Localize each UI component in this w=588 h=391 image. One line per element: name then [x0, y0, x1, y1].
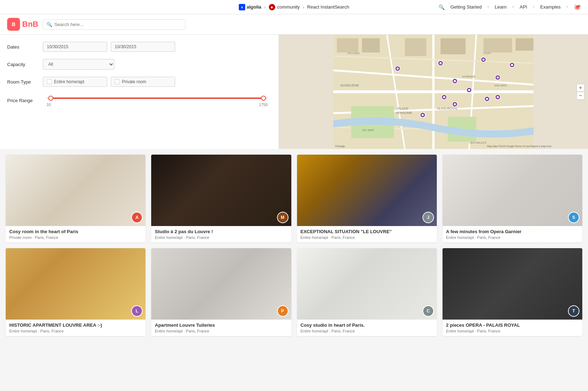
svg-text:PLACE: PLACE: [398, 107, 409, 110]
capacity-select[interactable]: All: [43, 59, 114, 70]
community-label: community: [277, 4, 300, 10]
avatar-circle: L: [132, 306, 142, 316]
svg-rect-16: [516, 38, 534, 51]
listing-title: A few minutes from Opera Garnier: [446, 229, 579, 234]
listing-image-wrap: P: [151, 248, 291, 320]
listing-image-wrap: J: [297, 155, 437, 226]
room-type-entire[interactable]: Entire home/apt: [43, 77, 107, 87]
listing-card[interactable]: J EXCEPTIONAL SITUATION "LE LOUVRE" Enti…: [297, 155, 437, 242]
dates-label: Dates: [7, 44, 43, 50]
listing-title: Cosy studio in heart of Paris.: [301, 322, 433, 328]
room-type-entire-label: Entire home/apt: [54, 79, 84, 84]
listing-title: Studio à 2 pas du Louvre !: [155, 229, 287, 234]
nav-learn[interactable]: Learn: [495, 4, 507, 10]
listing-info: 2 pieces OPERA - PALAIS ROYAL Entire hom…: [443, 320, 582, 336]
github-icon[interactable]: 🐙: [574, 4, 581, 10]
capacity-filter-row: Capacity All: [7, 59, 271, 70]
listing-card[interactable]: S A few minutes from Opera Garnier Entir…: [443, 155, 582, 242]
nav-api[interactable]: API: [520, 4, 527, 10]
search-icon[interactable]: 🔍: [439, 4, 445, 10]
map-zoom-in-button[interactable]: +: [577, 84, 584, 92]
map-zoom-out-button[interactable]: −: [577, 92, 584, 100]
listing-title: Apartment Louvre Tuileries: [155, 322, 287, 328]
svg-point-48: [497, 96, 499, 98]
listing-card[interactable]: C Cosy studio in heart of Paris. Entire …: [297, 248, 437, 336]
listing-avatar: J: [423, 212, 434, 223]
nav-sep-4: •: [566, 4, 568, 10]
slider-track[interactable]: [46, 97, 268, 99]
community-icon: ◆: [269, 4, 275, 10]
slider-fill: [51, 97, 263, 99]
room-type-private[interactable]: Private room: [111, 77, 175, 87]
svg-point-32: [483, 59, 485, 61]
listing-info: Cosy room in the heart of Paris Private …: [6, 226, 145, 242]
svg-rect-15: [484, 38, 512, 52]
listing-card[interactable]: M Studio à 2 pas du Louvre ! Entire home…: [151, 155, 291, 242]
community-breadcrumb[interactable]: ◆ community: [269, 4, 300, 10]
search-input-wrap[interactable]: 🔍: [43, 19, 186, 30]
listings-section: A Cosy room in the heart of Paris Privat…: [0, 149, 588, 342]
listing-info: HISTORIC APARTMENT LOUVRE AREA :-) Entir…: [6, 320, 145, 336]
listing-subtitle: Entire home/apt · Paris, France: [301, 329, 433, 333]
algolia-icon: a: [239, 4, 245, 10]
svg-text:1ST ARR.: 1ST ARR.: [362, 129, 375, 132]
listing-avatar: C: [423, 305, 434, 317]
listing-card[interactable]: P Apartment Louvre Tuileries Entire home…: [151, 248, 291, 336]
slider-thumb-max[interactable]: [261, 96, 266, 101]
svg-text:LES HALLES: LES HALLES: [469, 141, 486, 144]
room-type-entire-checkbox[interactable]: [47, 79, 52, 84]
avatar-circle: P: [278, 306, 288, 316]
listing-avatar: T: [568, 305, 579, 317]
listing-info: Apartment Louvre Tuileries Entire home/a…: [151, 320, 291, 336]
room-type-private-checkbox[interactable]: [115, 79, 120, 84]
slider-thumb-min[interactable]: [48, 96, 53, 101]
top-navigation: a algolia › ◆ community › React InstantS…: [0, 0, 588, 14]
capacity-label: Capacity: [7, 62, 43, 67]
map-svg: 8TH ARR. PORT MADELEINE VIVIENNE 2ND ARR…: [279, 35, 588, 149]
breadcrumb-sep-2: ›: [303, 4, 305, 10]
listing-image-wrap: M: [151, 155, 291, 226]
page-breadcrumb: React InstantSearch: [307, 4, 349, 10]
listing-image-wrap: A: [6, 155, 145, 226]
room-type-filter-row: Room Type Entire home/apt Private room: [7, 77, 271, 87]
avatar-circle: T: [569, 306, 579, 316]
listing-subtitle: Private room · Paris, France: [9, 235, 142, 240]
listing-image-wrap: C: [297, 248, 437, 320]
listing-avatar: L: [131, 305, 143, 317]
listing-subtitle: Entire home/apt · Paris, France: [155, 329, 287, 333]
listing-card[interactable]: L HISTORIC APARTMENT LOUVRE AREA :-) Ent…: [6, 248, 145, 336]
room-type-label: Room Type: [7, 79, 43, 85]
price-min-label: 10: [46, 102, 51, 107]
avatar-circle: S: [569, 212, 579, 222]
avatar-circle: A: [132, 212, 142, 222]
listing-avatar: M: [277, 212, 288, 223]
breadcrumb-sep-1: ›: [264, 4, 266, 10]
main-layout: Dates Capacity All Room Type Entire home…: [0, 35, 588, 149]
svg-text:PORT: PORT: [484, 52, 491, 55]
price-range-wrap: 10 1750: [43, 94, 271, 107]
map-container[interactable]: 8TH ARR. PORT MADELEINE VIVIENNE 2ND ARR…: [279, 35, 588, 149]
nav-examples[interactable]: Examples: [540, 4, 560, 10]
svg-rect-12: [362, 38, 380, 52]
svg-point-30: [440, 62, 442, 64]
algolia-breadcrumb[interactable]: a algolia: [239, 4, 261, 10]
search-input[interactable]: [54, 22, 182, 27]
listing-title: EXCEPTIONAL SITUATION "LE LOUVRE": [301, 229, 433, 234]
listing-info: EXCEPTIONAL SITUATION "LE LOUVRE" Entire…: [297, 226, 437, 242]
nav-right: 🔍 Getting Started • Learn • API • Exampl…: [439, 4, 581, 10]
nav-getting-started[interactable]: Getting Started: [450, 4, 481, 10]
avatar-circle: C: [423, 306, 433, 316]
svg-point-44: [454, 103, 456, 105]
map-panel: 8TH ARR. PORT MADELEINE VIVIENNE 2ND ARR…: [279, 35, 588, 149]
date-end-input[interactable]: [111, 42, 175, 52]
bnb-logo-icon: B: [7, 18, 20, 31]
svg-point-34: [511, 64, 513, 66]
page-label: React InstantSearch: [307, 4, 349, 10]
listing-card[interactable]: A Cosy room in the heart of Paris Privat…: [6, 155, 145, 242]
date-start-input[interactable]: [43, 42, 107, 52]
svg-rect-14: [441, 38, 466, 54]
listing-subtitle: Entire home/apt · Paris, France: [155, 235, 287, 240]
listing-card[interactable]: T 2 pieces OPERA - PALAIS ROYAL Entire h…: [443, 248, 582, 336]
bnb-logo-text: BnB: [22, 20, 38, 29]
svg-text:VIVIENNE: VIVIENNE: [462, 75, 475, 78]
